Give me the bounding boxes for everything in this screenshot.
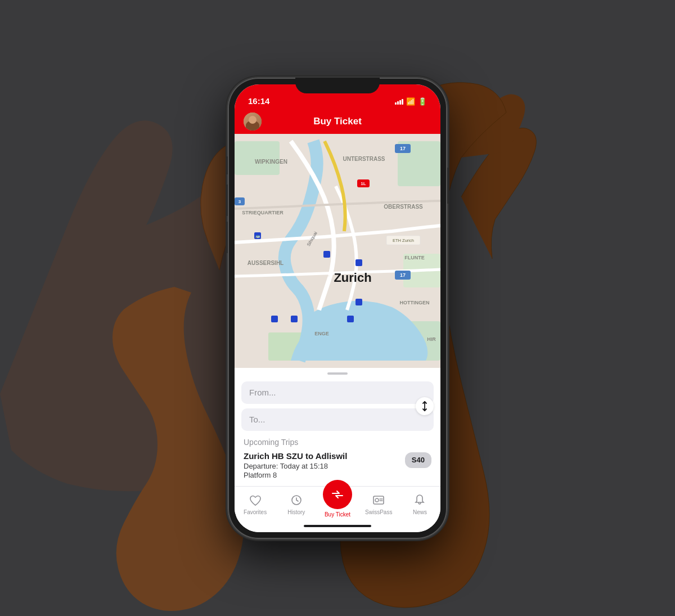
trip-departure: Departure: Today at 15:18	[244, 462, 405, 470]
tab-history[interactable]: History	[276, 492, 317, 518]
map-view[interactable]: 17 1L 3 17 WIPKINGEN UNTERSTRASS	[235, 134, 440, 368]
svg-text:Zurich: Zurich	[334, 271, 371, 285]
trip-platform: Platform 8	[244, 471, 405, 479]
favorites-label: Favorites	[244, 509, 267, 515]
to-field[interactable]: To...	[241, 408, 434, 431]
scene: 16:14 📶 🔋	[0, 0, 675, 616]
svg-text:OBERSTRASS: OBERSTRASS	[384, 204, 423, 210]
from-field[interactable]: From...	[241, 381, 434, 404]
status-icons: 📶 🔋	[395, 97, 427, 106]
tab-bar: Favorites History	[235, 486, 440, 520]
from-placeholder: From...	[249, 388, 276, 397]
bottom-panel: From... To... Upcoming T	[235, 368, 440, 532]
bell-icon	[412, 492, 428, 508]
svg-rect-35	[356, 259, 362, 266]
person-card-icon	[371, 492, 386, 508]
volume-up-button	[226, 185, 228, 216]
svg-text:UNTERSTRASS: UNTERSTRASS	[343, 156, 385, 162]
svg-text:STRIEQUARTIER: STRIEQUARTIER	[242, 210, 284, 215]
tab-swisspass[interactable]: SwissPass	[358, 492, 399, 518]
tab-buy-ticket[interactable]: Buy Ticket	[317, 490, 358, 520]
history-label: History	[287, 509, 305, 515]
line-badge: S40	[405, 452, 431, 468]
svg-rect-2	[235, 141, 280, 175]
buy-ticket-label: Buy Ticket	[325, 511, 350, 518]
trip-info: Zurich HB SZU to Adliswil Departure: Tod…	[244, 451, 405, 479]
svg-text:17: 17	[400, 272, 406, 278]
svg-text:HIR: HIR	[427, 336, 436, 342]
clock-icon	[289, 492, 304, 508]
heart-icon	[248, 492, 263, 508]
svg-text:17: 17	[400, 146, 406, 151]
tab-favorites[interactable]: Favorites	[235, 492, 276, 518]
notch	[295, 78, 380, 93]
svg-text:ETH Zurich: ETH Zurich	[393, 238, 414, 243]
svg-text:AUSSERSIHL: AUSSERSIHL	[248, 260, 284, 266]
avatar[interactable]	[244, 113, 262, 131]
svg-text:3: 3	[238, 199, 241, 204]
svg-text:ENGE: ENGE	[314, 331, 329, 336]
svg-rect-36	[356, 299, 362, 305]
nav-bar: Buy Ticket	[235, 109, 440, 134]
phone-screen: 16:14 📶 🔋	[235, 84, 440, 532]
sbb-logo-icon	[323, 480, 352, 509]
svg-text:FLUNTE: FLUNTE	[404, 255, 425, 260]
svg-text:1L: 1L	[361, 181, 366, 186]
inputs-container: From... To...	[235, 381, 440, 431]
swap-button[interactable]	[416, 397, 434, 415]
power-button	[447, 168, 449, 204]
svg-point-39	[330, 487, 345, 502]
svg-rect-32	[347, 316, 354, 322]
drag-handle	[327, 372, 348, 375]
upcoming-trips-label: Upcoming Trips	[235, 438, 440, 451]
svg-text:WIPKINGEN: WIPKINGEN	[255, 159, 287, 165]
battery-icon: 🔋	[418, 97, 427, 106]
svg-rect-34	[291, 316, 298, 322]
to-placeholder: To...	[249, 415, 265, 424]
nav-title: Buy Ticket	[313, 116, 362, 127]
phone-frame: 16:14 📶 🔋	[228, 78, 447, 539]
volume-down-button	[226, 222, 228, 253]
swisspass-label: SwissPass	[365, 509, 392, 515]
home-indicator	[235, 520, 440, 532]
svg-rect-33	[271, 316, 278, 322]
news-label: News	[413, 509, 427, 515]
svg-text:HOTTINGEN: HOTTINGEN	[400, 300, 430, 305]
status-time: 16:14	[248, 96, 269, 106]
trip-route: Zurich HB SZU to Adliswil	[244, 451, 405, 461]
svg-point-41	[375, 498, 379, 502]
mute-button	[226, 156, 228, 174]
home-bar	[304, 525, 371, 527]
svg-rect-31	[323, 251, 330, 258]
wifi-icon: 📶	[406, 97, 415, 106]
tab-news[interactable]: News	[399, 492, 440, 518]
svg-text:🚌: 🚌	[255, 233, 260, 239]
signal-icon	[395, 98, 403, 105]
